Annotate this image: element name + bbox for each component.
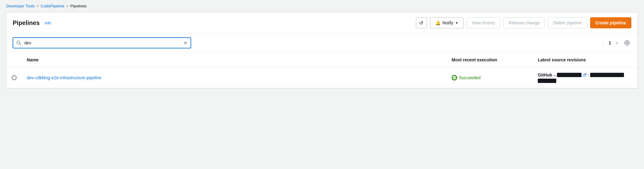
breadcrumb-current: Pipelines [70,4,87,8]
success-icon [452,75,457,80]
redacted-repo-name [557,73,582,77]
chevron-down-icon: ▼ [455,21,458,25]
svg-point-3 [626,42,628,44]
release-change-button[interactable]: Release change [503,17,545,28]
th-revisions: Latest source revisions [533,55,638,65]
pipeline-name-link[interactable]: dev-cdkblog-e2e-infrastructure-pipeline [27,75,102,80]
source-line-2 [538,79,624,83]
refresh-button[interactable]: ↻ [416,17,427,28]
next-icon: › [616,40,618,46]
table-header: Name Most recent execution Latest source… [6,52,638,68]
redacted-commit-msg [538,79,556,83]
search-icon [13,40,24,45]
row-radio-button[interactable] [12,75,17,80]
breadcrumb: Developer Tools > CodePipeline > Pipelin… [0,0,644,12]
delete-pipeline-label: Delete pipeline [553,20,582,25]
view-history-label: View history [472,20,495,25]
source-revisions-content: GitHub – : [538,72,624,83]
info-link[interactable]: Info [45,21,51,25]
breadcrumb-developer-tools[interactable]: Developer Tools [6,4,35,8]
pipeline-name-cell: dev-cdkblog-e2e-infrastructure-pipeline [22,73,447,83]
status-succeeded: Succeeded [452,75,481,80]
create-pipeline-label: Create pipeline [595,20,626,25]
table-row: dev-cdkblog-e2e-infrastructure-pipeline … [6,68,638,88]
create-pipeline-button[interactable]: Create pipeline [590,17,631,28]
main-content-panel: Pipelines Info ↻ 🔔 Notify ▼ View history… [6,12,638,89]
table-wrapper: Name Most recent execution Latest source… [6,52,638,88]
page-number: 1 [609,40,611,45]
page-title: Pipelines [13,19,40,27]
svg-line-1 [20,44,21,45]
search-area: ✕ ‹ 1 › [6,34,638,52]
release-change-label: Release change [509,20,540,25]
view-history-button[interactable]: View history [467,17,500,28]
source-separator: – [553,72,556,77]
svg-point-8 [453,76,456,80]
source-revisions-cell: GitHub – : [533,70,638,85]
pagination: ‹ 1 › [599,39,631,47]
breadcrumb-sep-2: > [66,4,68,8]
search-clear-button[interactable]: ✕ [180,40,191,46]
next-page-button[interactable]: › [614,39,620,47]
breadcrumb-sep-1: > [37,4,39,8]
th-select [6,55,22,65]
refresh-icon: ↻ [419,20,423,26]
status-label: Succeeded [459,75,481,80]
breadcrumb-codepipeline[interactable]: CodePipeline [41,4,64,8]
bell-icon: 🔔 [435,20,441,25]
notify-button[interactable]: 🔔 Notify ▼ [430,17,464,28]
th-name: Name [22,55,447,65]
prev-icon: ‹ [602,40,604,46]
external-link-icon[interactable] [583,73,586,77]
redacted-commit-hash [590,73,624,77]
prev-page-button[interactable]: ‹ [599,39,606,47]
source-provider-label: GitHub [538,72,552,77]
table-settings-button[interactable] [623,39,631,47]
search-input[interactable] [24,40,180,45]
execution-status-cell: Succeeded [447,72,533,83]
source-line-1: GitHub – : [538,72,624,77]
th-execution: Most recent execution [447,55,533,65]
header-bar: Pipelines Info ↻ 🔔 Notify ▼ View history… [6,12,638,34]
notify-label: Notify [442,20,453,25]
delete-pipeline-button[interactable]: Delete pipeline [548,17,587,28]
row-select-cell [6,73,22,83]
search-wrapper: ✕ [13,37,191,48]
